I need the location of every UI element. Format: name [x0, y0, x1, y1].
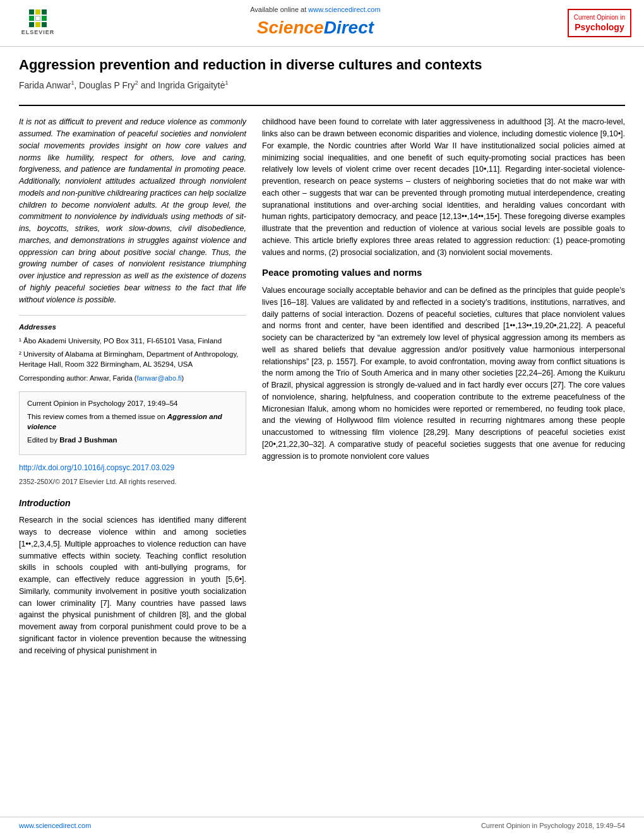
journal-current: Current Opinion in: [574, 13, 625, 21]
footer-journal: Current Opinion in Psychology 2018, 19:4…: [481, 821, 625, 831]
two-column-layout: It is not as difficult to prevent and re…: [19, 116, 625, 656]
abstract-text: It is not as difficult to prevent and re…: [19, 116, 246, 305]
article-header: Aggression prevention and reduction in d…: [19, 47, 625, 102]
article-authors: Farida Anwar1, Douglas P Fry2 and Ingrid…: [19, 79, 625, 92]
addresses-box: Addresses ¹ Åbo Akademi University, PO B…: [19, 315, 246, 384]
edited-by-line: Edited by Brad J Bushman: [27, 435, 238, 446]
corresponding-label: Corresponding author: Anwar, Farida (: [19, 374, 137, 382]
corresponding-author: Corresponding author: Anwar, Farida (fan…: [19, 374, 246, 384]
article-title: Aggression prevention and reduction in d…: [19, 56, 625, 74]
sciencedirect-logo: ScienceDirect: [63, 15, 568, 41]
elsevier-logo-area: ELSEVIER: [13, 10, 63, 35]
journal-name: Psychology: [574, 21, 625, 33]
copyright-text: 2352-250X/© 2017 Elsevier Ltd. All right…: [19, 477, 246, 487]
info-box: Current Opinion in Psychology 2017, 19:4…: [19, 391, 246, 455]
available-online-text: Available online at www.sciencedirect.co…: [63, 5, 568, 15]
doi-link[interactable]: http://dx.doi.org/10.1016/j.copsyc.2017.…: [19, 463, 246, 473]
peace-text: Values encourage socially acceptable beh…: [262, 285, 625, 462]
direct-text: Direct: [324, 18, 374, 37]
main-content: Aggression prevention and reduction in d…: [0, 47, 644, 657]
peace-heading: Peace promoting values and norms: [262, 266, 625, 280]
page-footer: www.sciencedirect.com Current Opinion in…: [0, 817, 644, 835]
journal-badge-area: Current Opinion in Psychology: [568, 9, 631, 37]
title-divider: [19, 105, 625, 106]
address-1: ¹ Åbo Akademi University, PO Box 311, FI…: [19, 336, 246, 346]
right-top-text: childhood have been found to correlate w…: [262, 116, 625, 258]
journal-badge: Current Opinion in Psychology: [568, 9, 631, 37]
editor-name: Brad J Bushman: [59, 436, 117, 444]
elsevier-logo: ELSEVIER: [13, 10, 63, 35]
addresses-label: Addresses: [19, 322, 246, 333]
review-line: This review comes from a themed issue on…: [27, 412, 238, 432]
review-text: This review comes from a themed issue on: [27, 413, 165, 420]
page-header: ELSEVIER Available online at www.science…: [0, 0, 644, 47]
science-text: Science: [257, 18, 324, 37]
footer-url: www.sciencedirect.com: [19, 821, 91, 831]
edited-by-label: Edited by: [27, 436, 57, 444]
left-column: It is not as difficult to prevent and re…: [19, 116, 246, 656]
address-2: ² University of Alabama at Birmingham, D…: [19, 349, 246, 370]
header-center: Available online at www.sciencedirect.co…: [63, 5, 568, 41]
website-link[interactable]: www.sciencedirect.com: [308, 6, 380, 13]
right-column: childhood have been found to correlate w…: [262, 116, 625, 656]
author-email[interactable]: fanwar@abo.fi: [137, 374, 182, 382]
introduction-heading: Introduction: [19, 497, 246, 509]
introduction-text: Research in the social sciences has iden…: [19, 514, 246, 656]
corresponding-paren: ): [182, 374, 184, 382]
elsevier-wordmark: ELSEVIER: [21, 28, 55, 37]
journal-info-line: Current Opinion in Psychology 2017, 19:4…: [27, 398, 238, 409]
